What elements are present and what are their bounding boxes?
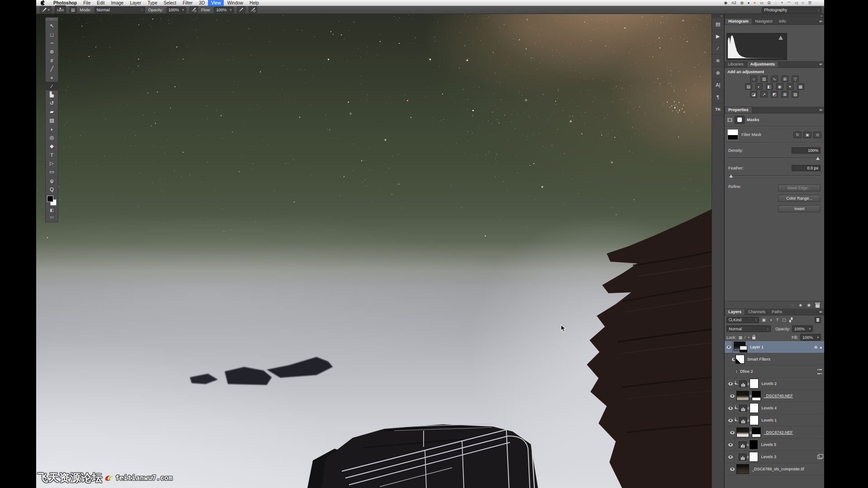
levels-adjustment-icon[interactable] — [739, 441, 746, 448]
expand-dock-button[interactable]: » — [712, 14, 724, 18]
layer-mask-thumbnail[interactable] — [750, 403, 759, 413]
type-tool[interactable]: T — [46, 150, 58, 159]
mode-select[interactable]: Normal ↕ — [94, 7, 145, 13]
color-balance-icon[interactable]: ◐ — [755, 83, 763, 90]
layer-row-levels-4[interactable]: 8Levels 4 — [725, 402, 824, 414]
layer-mask-thumbnail[interactable] — [749, 440, 758, 450]
selective-color-icon[interactable]: ▨ — [792, 91, 799, 98]
exposure-icon[interactable]: ⊞ — [781, 75, 788, 82]
clone-stamp-tool[interactable]: ▙ — [46, 90, 58, 99]
messages-icon[interactable]: ◌ — [774, 0, 777, 6]
menu-list-icon[interactable]: ☰ — [808, 0, 811, 6]
foreground-color-swatch[interactable] — [47, 196, 53, 202]
filter-blending-options-icon[interactable] — [817, 369, 822, 374]
layer-opacity-select[interactable]: 100% ▾ — [792, 325, 813, 332]
visibility-toggle[interactable] — [728, 463, 736, 475]
filter-pixel-layers-icon[interactable]: ▣ — [761, 318, 767, 322]
quick-selection-tool[interactable]: ⊚ — [46, 47, 58, 56]
vibrance-icon[interactable]: ▽ — [792, 75, 799, 82]
pen-tool[interactable]: ◆ — [46, 142, 58, 150]
history-brush-tool[interactable]: ↺ — [46, 99, 58, 108]
workspace-select[interactable]: Photography ↕ — [762, 7, 821, 13]
location-icon[interactable]: ◍ — [740, 0, 743, 6]
filter-adjustment-layers-icon[interactable]: ◑ — [768, 318, 774, 322]
brush-size-chip[interactable]: 1600 — [55, 5, 66, 14]
blur-tool[interactable]: ◗ — [46, 125, 58, 133]
accessibility-icon[interactable]: + — [781, 0, 783, 6]
apply-mask-icon[interactable]: ◈ — [799, 303, 802, 307]
dodge-tool[interactable]: ◎ — [46, 133, 58, 142]
character-panel-icon[interactable]: A| — [712, 79, 724, 91]
black-white-icon[interactable]: ◧ — [766, 83, 773, 90]
eyedropper-tool[interactable]: ╱ — [46, 65, 58, 73]
menu-item-filter[interactable]: Filter — [179, 0, 196, 6]
zoom-tool[interactable]: Q — [46, 185, 58, 193]
levels-adjustment-icon[interactable] — [739, 417, 747, 424]
layer-mask-thumbnail[interactable] — [752, 427, 761, 437]
visibility-toggle[interactable] — [727, 353, 736, 365]
channel-mixer-icon[interactable]: ✦ — [787, 83, 794, 90]
smart-filter-badge-icon[interactable]: ◉ — [814, 345, 818, 349]
pressure-opacity-button[interactable] — [189, 6, 198, 13]
tab-libraries[interactable]: Libraries — [725, 61, 747, 67]
panel-menu-icon[interactable]: ▾≡ — [819, 108, 822, 112]
notification-bell-icon[interactable]: ♦ — [748, 0, 750, 6]
visibility-toggle[interactable] — [726, 439, 735, 450]
visibility-toggle[interactable] — [726, 378, 735, 389]
tab-info[interactable]: Info — [776, 19, 789, 24]
lasso-tool[interactable]: ∽ — [46, 39, 58, 47]
layer-row-levels-3[interactable]: 8Levels 3 — [725, 451, 824, 463]
layer-mask-thumbnail[interactable] — [749, 452, 758, 462]
color-swatches[interactable] — [46, 195, 58, 206]
airbrush-button[interactable] — [237, 6, 245, 13]
layer-row--dsc6789-sls-composite-tif[interactable]: _DSC6789_sls_composite.tif — [725, 463, 824, 475]
document-canvas[interactable]: 飞天资源论坛 feitianwu7.com — [36, 14, 712, 488]
visibility-toggle[interactable] — [728, 390, 736, 402]
feather-value[interactable]: 0.0 px — [792, 165, 821, 171]
palette-grip[interactable]: •• — [46, 18, 58, 22]
menu-item-help[interactable]: Help — [246, 0, 262, 6]
menu-item-edit[interactable]: Edit — [94, 0, 108, 6]
tab-channels[interactable]: Channels — [745, 309, 769, 315]
filter-type-layers-icon[interactable]: T — [774, 318, 780, 322]
feather-slider[interactable] — [728, 174, 821, 178]
visibility-toggle[interactable] — [726, 414, 735, 426]
spotlight-icon[interactable]: ○ — [802, 0, 804, 6]
visibility-toggle[interactable] — [725, 341, 733, 353]
crop-tool[interactable]: # — [46, 56, 58, 65]
history-panel-icon[interactable]: ▤ — [712, 18, 724, 30]
tab-navigator[interactable]: Navigator — [752, 19, 776, 24]
posterize-icon[interactable]: ↗ — [760, 91, 768, 98]
filter-mask-row[interactable]: Filter Mask ↻ ▣ ⊡ — [725, 127, 824, 142]
collapse-smart-filters-icon[interactable]: ▴ — [820, 345, 822, 349]
pixel-mask-icon[interactable] — [727, 118, 732, 122]
clone-source-panel-icon[interactable]: ⊕ — [712, 67, 724, 79]
lock-position-icon[interactable]: + — [748, 335, 750, 340]
disable-mask-icon[interactable]: ◉ — [807, 303, 811, 307]
flow-select[interactable]: 100% ▾ — [214, 7, 234, 13]
istat-menus-icon[interactable]: ≈ — [754, 0, 756, 6]
panel-menu-icon[interactable]: ▾≡ — [819, 62, 822, 66]
slider-thumb[interactable] — [729, 174, 733, 178]
layer-mask-thumbnail[interactable] — [752, 391, 761, 401]
layer-row-levels-5[interactable]: 8Levels 5 — [725, 439, 824, 451]
fill-select[interactable]: 100% ▾ — [800, 334, 821, 341]
layer-row-levels-2[interactable]: 8Levels 2 — [725, 378, 824, 390]
levels-icon[interactable]: ▥ — [760, 75, 768, 82]
load-selection-icon[interactable]: ◌ — [792, 303, 794, 307]
eraser-tool[interactable]: ▰ — [46, 108, 58, 116]
quick-mask-button[interactable]: ◧ — [46, 206, 58, 213]
curves-icon[interactable]: ∿ — [771, 75, 778, 82]
levels-adjustment-icon[interactable] — [739, 454, 746, 460]
shape-tool[interactable]: ▭ — [46, 168, 58, 176]
brush-settings-panel-icon[interactable]: ∕ — [712, 42, 724, 55]
paragraph-panel-icon[interactable]: ¶ — [712, 91, 724, 103]
add-vector-mask-button[interactable]: ⊡ — [813, 131, 821, 138]
blend-mode-select[interactable]: Normal ↕ — [726, 325, 771, 332]
copy-style-icon[interactable] — [817, 455, 822, 459]
opacity-select[interactable]: 100% ▾ — [166, 7, 186, 13]
collapse-dock-button[interactable]: » — [725, 14, 824, 18]
volume-icon[interactable]: ◁ — [795, 0, 798, 6]
visibility-toggle[interactable] — [729, 366, 737, 377]
wifi-icon[interactable]: ◠ — [787, 0, 790, 6]
